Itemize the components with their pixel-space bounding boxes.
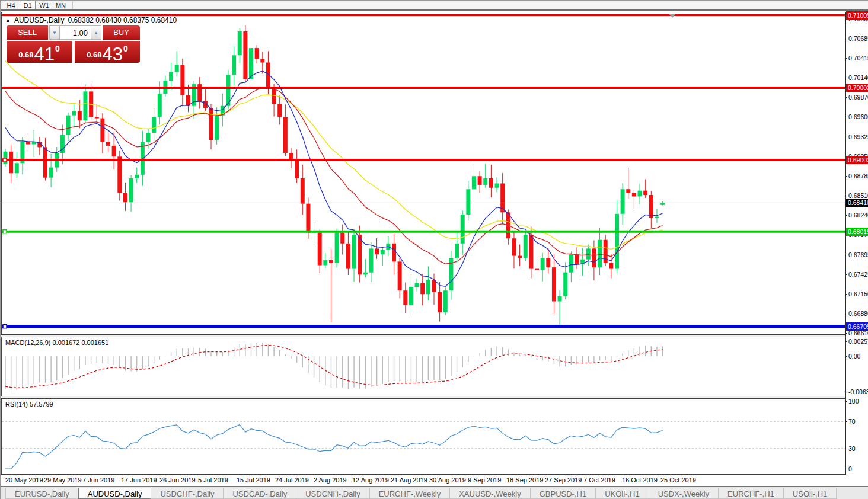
candle-body <box>358 235 362 274</box>
symbol-tab-usoil-h1[interactable]: USOil-,H1 <box>783 488 837 499</box>
symbol-tab-usdx-weekly[interactable]: USDX-,Weekly <box>649 488 719 499</box>
buy-button[interactable]: BUY <box>103 25 140 40</box>
price-tick-0.66610: 0.66610 <box>848 330 868 337</box>
candle-body <box>340 233 344 244</box>
ma-slow-line <box>5 61 663 250</box>
candle-body <box>529 235 533 268</box>
axis-tick-dash <box>845 314 847 314</box>
price-macd-separator[interactable] <box>1 334 868 337</box>
candle-body <box>106 142 110 146</box>
hline-handle-0.66705[interactable] <box>3 325 7 328</box>
buy-price-tile[interactable]: 0.68 43 0 <box>75 41 140 63</box>
candle-body <box>552 267 556 301</box>
timeframe-button-h4[interactable]: H4 <box>3 1 19 9</box>
timeframe-button-w1[interactable]: W1 <box>36 1 52 9</box>
time-label-9-sep-2019: 9 Sep 2019 <box>468 476 501 484</box>
candle-body <box>546 258 550 267</box>
expand-triangle-icon[interactable]: ▲ <box>5 17 11 23</box>
time-label-2-aug-2019: 2 Aug 2019 <box>314 476 347 484</box>
symbol-tab-xauusd-weekly[interactable]: XAUUSD-,Weekly <box>449 488 531 499</box>
candle-body <box>621 189 625 214</box>
macd-rsi-separator[interactable] <box>1 396 868 399</box>
candle-body <box>558 296 562 302</box>
timeframe-button-d1[interactable]: D1 <box>20 1 36 9</box>
symbol-tab-usdcnh-daily[interactable]: USDCNH-,Daily <box>296 488 369 499</box>
candle-body <box>232 55 236 75</box>
symbol-tab-usdchf-daily[interactable]: USDCHF-,Daily <box>151 488 224 499</box>
candle-body <box>626 189 630 193</box>
terminal-window: H4D1W1MN ▲ AUDUSD-,Daily 0.68382 0.68430… <box>0 0 868 499</box>
timeframe-toolbar: H4D1W1MN <box>1 1 868 11</box>
ma-mid-line <box>5 87 663 264</box>
time-label-16-oct-2019: 16 Oct 2019 <box>622 476 658 484</box>
symbol-tab-ukoil-h1[interactable]: UKOil-,H1 <box>595 488 649 499</box>
symbol-tab-eurchf-h1[interactable]: EURCHF-,H1 <box>718 488 784 499</box>
axis-tick-dash <box>845 58 847 59</box>
axis-tick-dash <box>845 176 847 177</box>
axis-tick-dash <box>845 39 847 39</box>
candle-body <box>569 254 573 273</box>
price-tick-0.68240: 0.68240 <box>848 212 868 219</box>
candle-body <box>146 133 151 142</box>
symbol-tab-eurusd-daily[interactable]: EURUSD-,Daily <box>5 488 79 499</box>
candle-body <box>609 263 613 269</box>
candle-body <box>438 292 442 312</box>
price-badge-0.66705: 0.66705 <box>846 322 868 331</box>
volume-input[interactable] <box>60 25 91 40</box>
candle-body <box>455 244 459 258</box>
price-axis[interactable] <box>845 12 868 485</box>
candle-body <box>43 147 47 177</box>
candle-body <box>141 142 145 175</box>
axis-tick-dash <box>845 469 847 469</box>
candle-body <box>472 176 476 189</box>
time-label-17-jun-2019: 17 Jun 2019 <box>121 476 157 484</box>
timeframe-button-mn[interactable]: MN <box>53 1 69 9</box>
price-tick-0.67150: 0.67150 <box>848 290 868 298</box>
volume-decrease-button[interactable]: ▼ <box>49 25 60 40</box>
candle-body <box>323 260 327 266</box>
candle-body <box>586 248 591 259</box>
hline-handle-0.69003[interactable] <box>3 158 7 162</box>
candle-body <box>117 156 122 193</box>
candle-body <box>483 178 487 185</box>
hline-handle-0.68015[interactable] <box>3 230 7 233</box>
axis-tick-dash <box>845 97 847 98</box>
candle-body <box>169 72 173 81</box>
candle-body <box>335 233 339 263</box>
price-badge-0.69003: 0.69003 <box>846 156 868 164</box>
symbol-tab-gbpusd-h1[interactable]: GBPUSD-,H1 <box>530 488 596 499</box>
candle-body <box>649 195 653 218</box>
symbol-tab-eurchf-weekly[interactable]: EURCHF-,Weekly <box>369 488 451 499</box>
rsi-line <box>5 425 663 469</box>
axis-tick-dash <box>845 392 847 392</box>
time-label-24-jul-2019: 24 Jul 2019 <box>275 476 309 484</box>
chart-ohlc-values: 0.68382 0.68430 0.68375 0.68410 <box>68 16 177 24</box>
time-axis[interactable]: 20 May 201929 May 20197 Jun 201917 Jun 2… <box>1 475 868 486</box>
ma-fast-line <box>5 71 663 286</box>
candle-body <box>524 235 528 258</box>
rsi-indicator-label: RSI(14) 57.5799 <box>5 401 53 408</box>
axis-tick-dash <box>845 196 847 196</box>
candle-body <box>660 203 665 204</box>
candle-body <box>495 183 499 187</box>
sell-price-tile[interactable]: 0.68 41 0 <box>7 41 72 63</box>
candle-body <box>643 191 647 195</box>
price-tick-0.67695: 0.67695 <box>848 251 868 258</box>
candle-body <box>112 146 116 156</box>
buy-price-small: 0.68 <box>87 50 101 59</box>
rsi-tick-30: 30 <box>848 445 856 452</box>
volume-increase-button[interactable]: ▲ <box>91 25 101 40</box>
candle-body <box>535 269 539 270</box>
time-label-25-oct-2019: 25 Oct 2019 <box>660 476 696 484</box>
symbol-tab-usdcad-daily[interactable]: USDCAD-,Daily <box>223 488 296 499</box>
candle-body <box>78 111 82 120</box>
time-label-21-aug-2019: 21 Aug 2019 <box>391 476 427 484</box>
candle-body <box>575 254 579 264</box>
sell-button[interactable]: SELL <box>7 25 48 40</box>
price-tick-0.69600: 0.69600 <box>848 113 868 120</box>
candle-body <box>289 153 293 159</box>
symbol-tab-audusd-daily[interactable]: AUDUSD-,Daily <box>78 488 152 499</box>
candle-body <box>381 250 385 254</box>
price-tick-0.69870: 0.69870 <box>848 94 868 101</box>
sell-price-sup: 0 <box>55 44 60 53</box>
